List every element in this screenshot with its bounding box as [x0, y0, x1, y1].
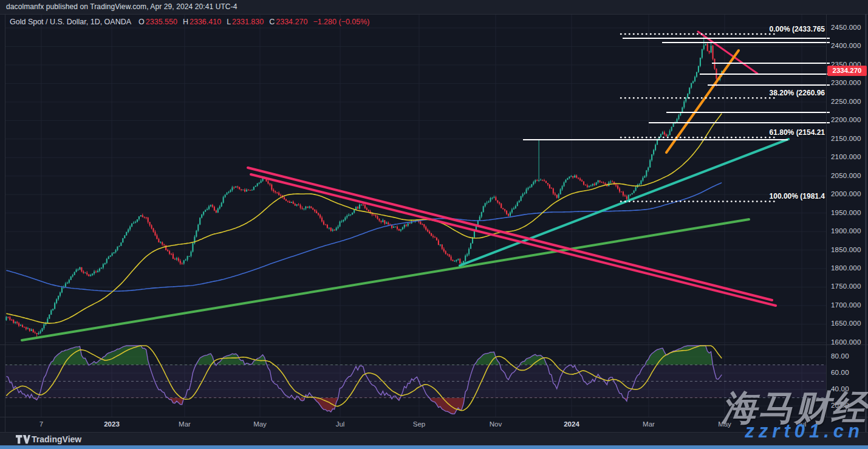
time-tick-label: Mar — [179, 420, 191, 428]
price-tick-label: 1950.000 — [831, 209, 861, 216]
trendline-ascending-teal — [460, 139, 788, 266]
time-tick-label: 7 — [39, 420, 43, 428]
high-value: 2336.410 — [190, 18, 221, 26]
fib-level-label: 100.00% (1981.4 — [770, 192, 825, 201]
last-price-badge: 2334.270 — [827, 66, 867, 76]
price-tick-label: 2000.000 — [831, 190, 861, 197]
open-label: O — [138, 18, 145, 26]
low-value: 2331.830 — [232, 18, 264, 26]
rsi-tick-label: 80.00 — [831, 352, 849, 360]
price-tick-label: 1850.000 — [831, 246, 861, 253]
price-tick-label: 1700.000 — [831, 301, 861, 309]
footer-bar: TradingView — [0, 432, 868, 446]
open-value: 2335.550 — [146, 18, 177, 26]
symbol-legend: Gold Spot / U.S. Dollar, 1D, OANDAO2335.… — [10, 18, 371, 26]
tradingview-brand-link[interactable]: TradingView — [32, 434, 81, 444]
time-tick-label: 2024 — [564, 420, 579, 428]
fib-level-label: 38.20% (2260.96 — [770, 89, 825, 97]
price-tick-label: 1800.000 — [831, 264, 861, 272]
fib-level-label: 61.80% (2154.21 — [770, 128, 825, 137]
time-tick-label: Mar — [643, 420, 655, 428]
price-tick-label: 2100.000 — [831, 153, 861, 160]
tradingview-published-chart: dacolmanfx published on TradingView.com,… — [0, 0, 868, 449]
trendline-channel-pink-upper — [248, 168, 772, 300]
rsi-tick-label: 60.00 — [831, 369, 849, 376]
high-label: H — [183, 18, 188, 26]
price-tick-label: 1900.000 — [831, 227, 861, 235]
close-label: C — [269, 18, 275, 26]
change-value: −1.280 (−0.05%) — [313, 18, 369, 26]
price-tick-label: 2450.000 — [831, 24, 861, 31]
close-value: 2334.270 — [276, 18, 307, 26]
fib-level-label: 0.00% (2433.765 — [770, 25, 825, 33]
time-tick-label: May — [253, 420, 267, 428]
price-tick-label: 2200.000 — [831, 116, 861, 123]
time-tick-label: Jul — [336, 420, 345, 428]
tradingview-logo-icon — [16, 435, 30, 444]
chart-canvas[interactable] — [0, 0, 868, 449]
time-tick-label: Sep — [413, 420, 425, 428]
price-tick-label: 2400.000 — [831, 42, 861, 49]
time-tick-label: 2023 — [104, 420, 120, 428]
trendline-ascending-green — [22, 219, 749, 340]
price-tick-label: 1650.000 — [831, 320, 861, 327]
price-tick-label: 1750.000 — [831, 283, 861, 290]
price-tick-label: 2250.000 — [831, 98, 861, 105]
symbol-title: Gold Spot / U.S. Dollar, 1D, OANDA — [10, 18, 131, 26]
time-tick-label: Nov — [490, 420, 502, 428]
watermark-url: zzrt01.cn — [745, 420, 864, 442]
bottom-accent-bar — [0, 445, 868, 449]
price-tick-label: 2150.000 — [831, 135, 861, 142]
price-tick-label: 2300.000 — [831, 79, 861, 86]
price-tick-label: 2050.000 — [831, 172, 861, 179]
price-tick-label: 1600.000 — [831, 338, 861, 346]
low-label: L — [227, 18, 231, 26]
